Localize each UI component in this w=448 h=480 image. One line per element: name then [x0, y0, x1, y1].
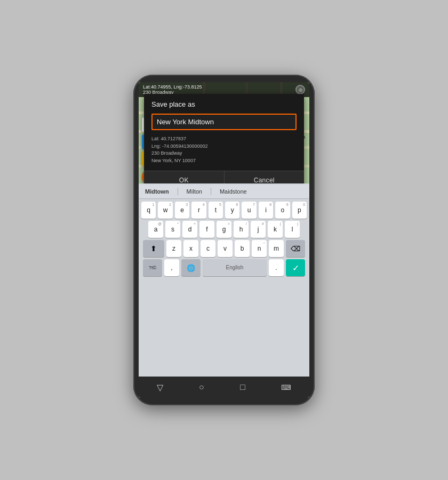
- autocomplete-word-3[interactable]: Maidstone: [218, 187, 249, 196]
- key-row-3: ⬆ z x c v b ~n m ⌫: [141, 240, 307, 257]
- place-name-input[interactable]: New York Midtown: [151, 114, 297, 130]
- key-z[interactable]: z: [166, 240, 181, 257]
- keyboard-area: Midtown Milton Maidstone 1q 2w 3e 4r 5t …: [139, 183, 309, 377]
- delete-key[interactable]: ⌫: [286, 240, 305, 257]
- key-e[interactable]: 3e: [175, 202, 189, 219]
- key-s[interactable]: *s: [165, 221, 180, 238]
- dialog-buttons: OK Cancel: [144, 171, 304, 183]
- key-p[interactable]: 0p: [292, 202, 307, 219]
- key-d[interactable]: +d: [182, 221, 197, 238]
- save-place-dialog: Save place as New York Midtown Lat: 40.7…: [144, 94, 304, 183]
- key-g[interactable]: =g: [217, 221, 231, 238]
- key-k[interactable]: (k: [268, 221, 283, 238]
- phone-screen: Lat:40.74955, Lng:-73.8125 230 Broadway …: [139, 82, 309, 398]
- key-v[interactable]: v: [218, 240, 233, 257]
- shift-key[interactable]: ⬆: [143, 240, 164, 257]
- back-button[interactable]: ▽: [157, 382, 163, 393]
- key-w[interactable]: 2w: [158, 202, 172, 219]
- key-q[interactable]: 1q: [141, 202, 156, 219]
- dialog-address-info: Lat: 40.7127837 Lng: -74.00594130000002 …: [151, 135, 297, 164]
- done-key[interactable]: ✓: [286, 259, 305, 276]
- key-f[interactable]: f: [199, 221, 214, 238]
- key-b[interactable]: b: [235, 240, 250, 257]
- key-row-2: @a *s +d f =g /h #j (k )l: [141, 221, 307, 238]
- key-row-4: ?!© , 🌐 English . ✓: [141, 259, 307, 276]
- globe-key[interactable]: 🌐: [181, 259, 201, 276]
- key-t[interactable]: 5t: [209, 202, 223, 219]
- phone: Lat:40.74955, Lng:-73.8125 230 Broadway …: [133, 75, 315, 405]
- key-m[interactable]: m: [269, 240, 284, 257]
- nav-bar: ▽ ○ □ ⌨: [139, 377, 309, 398]
- key-row-1: 1q 2w 3e 4r 5t 6y 7u 8i 9o 0p: [141, 202, 307, 219]
- autocomplete-word-1[interactable]: Midtown: [143, 187, 171, 196]
- key-n[interactable]: ~n: [252, 240, 267, 257]
- key-j[interactable]: #j: [251, 221, 266, 238]
- key-i[interactable]: 8i: [259, 202, 273, 219]
- compass-icon[interactable]: ◎: [295, 85, 305, 94]
- autocomplete-bar: Midtown Milton Maidstone: [139, 185, 309, 199]
- symbols-key[interactable]: ?!©: [143, 259, 162, 276]
- comma-key[interactable]: ,: [164, 259, 179, 276]
- key-u[interactable]: 7u: [242, 202, 256, 219]
- dialog-title: Save place as: [151, 100, 297, 108]
- input-plain-text: New York: [157, 118, 188, 126]
- key-o[interactable]: 9o: [275, 202, 290, 219]
- cancel-button[interactable]: Cancel: [225, 171, 305, 183]
- autocomplete-word-2[interactable]: Milton: [185, 187, 204, 196]
- period-key[interactable]: .: [269, 259, 284, 276]
- keyboard-rows: 1q 2w 3e 4r 5t 6y 7u 8i 9o 0p @a *s +d f: [139, 199, 309, 377]
- key-y[interactable]: 6y: [225, 202, 239, 219]
- map-area: Lat:40.74955, Lng:-73.8125 230 Broadway …: [139, 82, 309, 183]
- ok-button[interactable]: OK: [144, 171, 225, 183]
- key-c[interactable]: c: [201, 240, 215, 257]
- key-a[interactable]: @a: [148, 221, 163, 238]
- key-h[interactable]: /h: [234, 221, 249, 238]
- map-coords: Lat:40.74955, Lng:-73.8125 230 Broadway: [143, 84, 295, 95]
- space-key[interactable]: English: [203, 259, 267, 276]
- keyboard-button[interactable]: ⌨: [281, 383, 291, 391]
- recent-button[interactable]: □: [240, 382, 245, 392]
- key-x[interactable]: x: [183, 240, 198, 257]
- input-underlined-text: Midtown: [188, 118, 214, 126]
- home-button[interactable]: ○: [199, 382, 204, 392]
- key-l[interactable]: )l: [285, 221, 300, 238]
- key-r[interactable]: 4r: [191, 202, 206, 219]
